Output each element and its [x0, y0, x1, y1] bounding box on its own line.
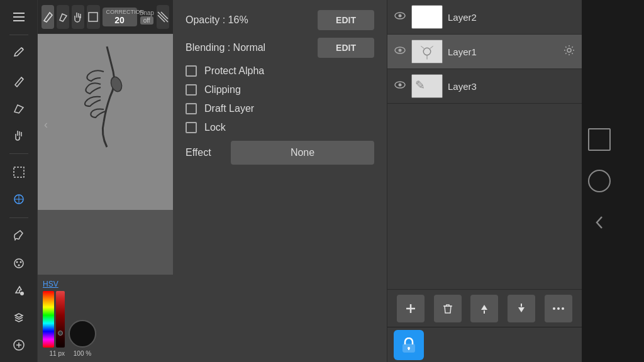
svg-rect-2 [13, 20, 25, 21]
saturation-slider[interactable] [56, 291, 65, 348]
draft-layer-label: Draft Layer [204, 103, 254, 114]
effect-row: Effect None [186, 141, 374, 165]
selection-icon[interactable] [6, 160, 31, 184]
layer2-name: Layer2 [448, 12, 575, 23]
snap-area: Snap off [140, 9, 154, 25]
draft-layer-row[interactable]: Draft Layer [186, 103, 374, 114]
pattern-tool-btn[interactable] [157, 5, 169, 29]
layers-list: Layer2 Layer1 [387, 0, 582, 289]
svg-rect-1 [13, 16, 25, 18]
svg-text:‹: ‹ [44, 118, 48, 131]
svg-point-7 [19, 261, 21, 263]
saturation-handle[interactable] [58, 331, 63, 336]
layers-panel: Layer2 Layer1 [387, 0, 582, 362]
svg-text:✎: ✎ [415, 79, 425, 92]
svg-rect-3 [14, 167, 24, 177]
pencil-icon[interactable] [6, 69, 31, 92]
opacity-label: 100 % [74, 350, 91, 357]
hand-tool-btn[interactable] [72, 5, 84, 29]
hue-slider[interactable] [43, 291, 54, 348]
sidebar-divider-3 [9, 217, 28, 218]
canvas-area: CORRECTION 20 Snap off ‹ HSV [38, 0, 173, 362]
add-layer-button[interactable] [397, 295, 425, 322]
delete-layer-button[interactable] [434, 295, 462, 322]
hand-icon[interactable] [6, 124, 31, 147]
layer1-gear-icon[interactable] [563, 45, 575, 58]
move-layer-down-button[interactable] [508, 295, 535, 322]
lock-checkbox[interactable] [186, 122, 197, 133]
svg-point-21 [399, 14, 402, 18]
effect-label: Effect [186, 147, 223, 158]
correction-value: 20 [106, 15, 133, 25]
svg-line-15 [161, 12, 168, 19]
svg-point-29 [567, 48, 571, 52]
clipping-label: Clipping [204, 84, 241, 96]
protect-alpha-row[interactable]: Protect Alpha [186, 65, 374, 77]
protect-alpha-label: Protect Alpha [204, 65, 264, 77]
transform-icon[interactable] [6, 188, 31, 211]
layer2-thumbnail [411, 5, 443, 29]
clipping-checkbox[interactable] [186, 84, 197, 96]
layer-toolbar [387, 289, 582, 327]
pencil-tool-btn[interactable] [42, 5, 54, 29]
blending-row: Blending : Normal EDIT [186, 38, 374, 58]
layer1-visibility-icon[interactable] [394, 46, 406, 57]
svg-point-38 [553, 307, 555, 310]
layer1-thumbnail [411, 40, 443, 63]
svg-point-23 [399, 49, 402, 52]
svg-point-9 [20, 292, 24, 295]
svg-point-6 [16, 261, 18, 263]
lock-button[interactable] [394, 330, 424, 360]
draft-layer-checkbox[interactable] [186, 103, 197, 114]
blending-edit-button[interactable]: EDIT [318, 38, 374, 58]
sidebar-divider-2 [9, 153, 28, 154]
layer-item-layer2[interactable]: Layer2 [387, 0, 582, 35]
correction-box[interactable]: CORRECTION 20 [103, 8, 137, 26]
back-nav-icon[interactable] [588, 211, 611, 234]
hamburger-menu-icon[interactable] [6, 5, 31, 28]
lock-label: Lock [204, 122, 226, 133]
color-panel: HSV 11 px 100 % [38, 275, 173, 362]
svg-rect-24 [412, 40, 442, 63]
rect-tool-btn[interactable] [87, 5, 99, 29]
eraser-icon[interactable] [6, 96, 31, 119]
more-options-button[interactable] [545, 295, 572, 322]
layer-item-layer3[interactable]: ✎ Layer3 [387, 69, 582, 104]
square-nav-icon[interactable] [588, 128, 611, 151]
left-sidebar [0, 0, 38, 362]
layer-props-panel: Opacity : 16% EDIT Blending : Normal EDI… [173, 0, 387, 362]
edit-icon[interactable] [6, 41, 31, 65]
svg-rect-0 [13, 13, 25, 14]
eraser-tool-btn[interactable] [57, 5, 69, 29]
color-preview[interactable] [69, 320, 96, 348]
protect-alpha-checkbox[interactable] [186, 65, 197, 77]
opacity-row: Opacity : 16% EDIT [186, 10, 374, 30]
svg-line-16 [158, 15, 165, 22]
palette-icon[interactable] [6, 251, 31, 275]
svg-point-40 [562, 307, 564, 310]
move-layer-up-button[interactable] [470, 295, 498, 322]
circle-nav-icon[interactable] [588, 170, 611, 192]
svg-rect-13 [89, 13, 97, 21]
hsv-label[interactable]: HSV [43, 280, 168, 288]
lock-row[interactable]: Lock [186, 122, 374, 133]
right-nav [582, 0, 616, 362]
effect-dropdown[interactable]: None [231, 141, 374, 165]
opacity-edit-button[interactable]: EDIT [318, 10, 374, 30]
sidebar-divider-1 [9, 35, 28, 35]
more-icon[interactable] [6, 334, 31, 357]
fill-icon[interactable] [6, 279, 31, 302]
layer-item-layer1[interactable]: Layer1 [387, 35, 582, 69]
clipping-row[interactable]: Clipping [186, 84, 374, 96]
opacity-label: Opacity : 16% [186, 14, 248, 26]
lock-area [387, 327, 582, 362]
size-label: 11 px [43, 350, 65, 357]
layer3-thumbnail: ✎ [411, 74, 443, 98]
layer2-visibility-icon[interactable] [394, 11, 406, 23]
layers-icon[interactable] [6, 306, 31, 329]
brush-icon[interactable] [6, 224, 31, 248]
blending-label: Blending : Normal [186, 42, 265, 53]
layer3-name: Layer3 [448, 81, 575, 92]
layer3-visibility-icon[interactable] [394, 80, 406, 92]
snap-toggle[interactable]: off [140, 16, 153, 25]
